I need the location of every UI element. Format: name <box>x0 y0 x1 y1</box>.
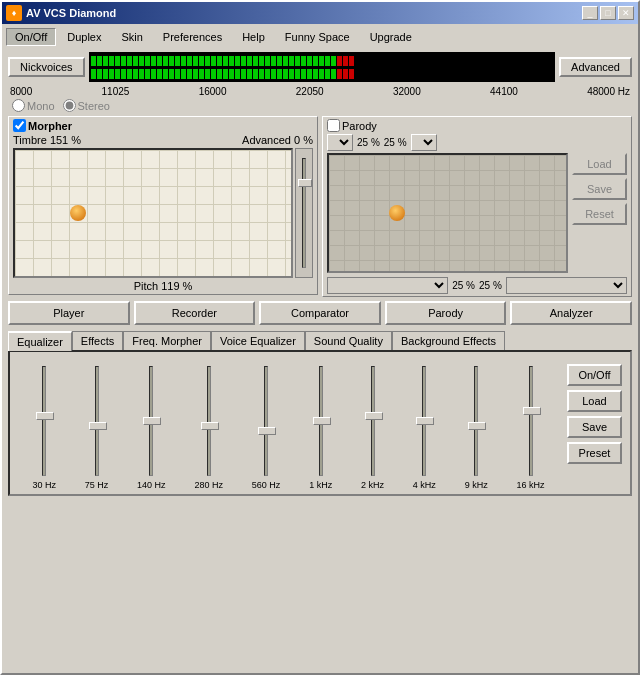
vu-seg <box>235 56 240 66</box>
morpher-vertical-slider[interactable] <box>295 148 313 278</box>
vu-seg <box>133 56 138 66</box>
parody-grid-lines <box>329 155 566 271</box>
vu-seg <box>289 56 294 66</box>
tool-buttons: Player Recorder Comparator Parody Analyz… <box>8 301 632 325</box>
reset-button[interactable]: Reset <box>572 203 627 225</box>
recorder-button[interactable]: Recorder <box>134 301 256 325</box>
close-button[interactable]: ✕ <box>618 6 634 20</box>
eq-load-button[interactable]: Load <box>567 390 622 412</box>
nickvoices-bar: Nickvoices <box>8 52 632 82</box>
vu-seg <box>229 69 234 79</box>
eq-thumb-8[interactable] <box>468 422 486 430</box>
mono-radio[interactable] <box>12 99 25 112</box>
analyzer-button[interactable]: Analyzer <box>510 301 632 325</box>
parody-section: Parody 25 % 25 % <box>322 116 632 297</box>
parody-button[interactable]: Parody <box>385 301 507 325</box>
tab-sound-quality[interactable]: Sound Quality <box>305 331 392 350</box>
vu-seg <box>301 69 306 79</box>
eq-thumb-7[interactable] <box>416 417 434 425</box>
tab-effects[interactable]: Effects <box>72 331 123 350</box>
eq-thumb-1[interactable] <box>89 422 107 430</box>
vu-seg <box>115 56 120 66</box>
player-button[interactable]: Player <box>8 301 130 325</box>
eq-thumb-9[interactable] <box>523 407 541 415</box>
funny-space-button[interactable]: Funny Space <box>276 28 359 46</box>
load-button[interactable]: Load <box>572 153 627 175</box>
parody-select-1[interactable] <box>327 134 353 151</box>
tab-equalizer[interactable]: Equalizer <box>8 331 72 351</box>
eq-area: 30 Hz 75 Hz <box>14 360 626 490</box>
eq-track-8[interactable] <box>474 366 478 476</box>
save-button[interactable]: Save <box>572 178 627 200</box>
morpher-controls: Timbre 151 % Advanced 0 % <box>13 134 313 146</box>
eq-on-off-button[interactable]: On/Off <box>567 364 622 386</box>
on-off-button[interactable]: On/Off <box>6 28 56 46</box>
vu-seg <box>145 69 150 79</box>
parody-select-2[interactable] <box>411 134 437 151</box>
upgrade-button[interactable]: Upgrade <box>361 28 421 46</box>
eq-thumb-5[interactable] <box>313 417 331 425</box>
parody-select-4[interactable] <box>506 277 627 294</box>
skin-button[interactable]: Skin <box>112 28 151 46</box>
parody-checkbox[interactable] <box>327 119 340 132</box>
eq-thumb-3[interactable] <box>201 422 219 430</box>
eq-thumb-0[interactable] <box>36 412 54 420</box>
vu-seg <box>199 56 204 66</box>
eq-band-5: 1 kHz <box>309 366 332 490</box>
maximize-button[interactable]: □ <box>600 6 616 20</box>
vu-seg <box>181 56 186 66</box>
eq-track-9[interactable] <box>529 366 533 476</box>
vu-seg <box>235 69 240 79</box>
vu-seg <box>157 69 162 79</box>
vu-seg <box>247 69 252 79</box>
eq-track-2[interactable] <box>149 366 153 476</box>
mono-label[interactable]: Mono <box>12 99 55 112</box>
eq-track-0[interactable] <box>42 366 46 476</box>
eq-label-6: 2 kHz <box>361 480 384 490</box>
vu-seg <box>331 56 336 66</box>
tab-background-effects[interactable]: Background Effects <box>392 331 505 350</box>
eq-track-5[interactable] <box>319 366 323 476</box>
comparator-button[interactable]: Comparator <box>259 301 381 325</box>
morpher-checkbox[interactable] <box>13 119 26 132</box>
tab-voice-equalizer[interactable]: Voice Equalizer <box>211 331 305 350</box>
parody-select-3[interactable] <box>327 277 448 294</box>
parody-checkbox-label[interactable]: Parody <box>327 119 377 132</box>
stereo-radio[interactable] <box>63 99 76 112</box>
vu-seg <box>139 69 144 79</box>
vu-seg <box>181 69 186 79</box>
eq-thumb-2[interactable] <box>143 417 161 425</box>
minimize-button[interactable]: _ <box>582 6 598 20</box>
morpher-panel: Morpher Timbre 151 % Advanced 0 % <box>8 116 318 297</box>
morpher-dot[interactable] <box>70 205 86 221</box>
help-button[interactable]: Help <box>233 28 274 46</box>
freq-bar: 8000 11025 16000 22050 32000 44100 48000… <box>8 86 632 97</box>
morpher-slider-thumb[interactable] <box>298 179 312 187</box>
eq-save-button[interactable]: Save <box>567 416 622 438</box>
eq-track-6[interactable] <box>371 366 375 476</box>
eq-track-3[interactable] <box>207 366 211 476</box>
vu-seg <box>247 56 252 66</box>
nickvoices-button[interactable]: Nickvoices <box>8 57 85 77</box>
vu-seg <box>151 69 156 79</box>
vu-seg <box>193 56 198 66</box>
parody-grid[interactable] <box>327 153 568 273</box>
advanced-value-label: Advanced 0 % <box>242 134 313 146</box>
tab-freq-morpher[interactable]: Freq. Morpher <box>123 331 211 350</box>
eq-preset-button[interactable]: Preset <box>567 442 622 464</box>
eq-track-7[interactable] <box>422 366 426 476</box>
eq-band-9: 16 kHz <box>517 366 545 490</box>
advanced-button[interactable]: Advanced <box>559 57 632 77</box>
eq-track-4[interactable] <box>264 366 268 476</box>
window-controls: _ □ ✕ <box>582 6 634 20</box>
stereo-label[interactable]: Stereo <box>63 99 110 112</box>
vu-seg <box>325 56 330 66</box>
parody-dot[interactable] <box>389 205 405 221</box>
eq-thumb-4[interactable] <box>258 427 276 435</box>
eq-thumb-6[interactable] <box>365 412 383 420</box>
morpher-checkbox-label[interactable]: Morpher <box>13 119 72 132</box>
eq-track-1[interactable] <box>95 366 99 476</box>
duplex-button[interactable]: Duplex <box>58 28 110 46</box>
morpher-grid[interactable] <box>13 148 293 278</box>
preferences-button[interactable]: Preferences <box>154 28 231 46</box>
